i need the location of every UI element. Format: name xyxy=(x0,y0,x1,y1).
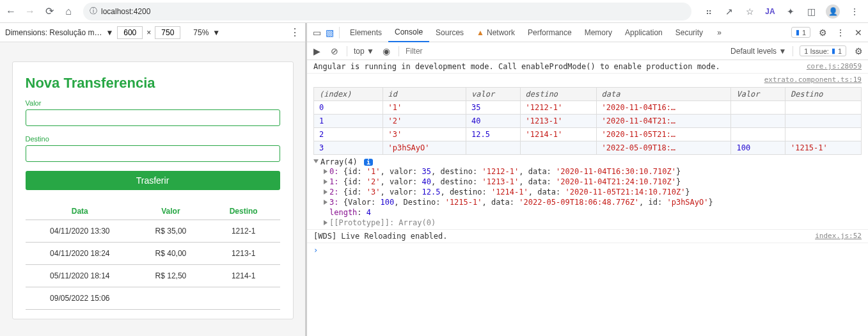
star-icon[interactable]: ☆ xyxy=(744,6,755,17)
table-row: 09/05/2022 15:06 xyxy=(26,287,280,310)
devtools-tab-performance[interactable]: Performance xyxy=(521,23,578,42)
browser-menu-icon[interactable]: ⋮ xyxy=(849,6,860,17)
devtools-tab-elements[interactable]: Elements xyxy=(343,23,388,42)
array-item-toggle[interactable]: 1: {id: '2', valor: 40, destino: '1213-1… xyxy=(313,177,862,187)
dimensions-label: Dimensions: Resolução m… xyxy=(5,28,102,37)
devtools-tab-network[interactable]: ▲Network xyxy=(470,23,521,42)
issues-chip[interactable]: 1 Issue: ▮1 xyxy=(800,45,846,56)
destino-input[interactable] xyxy=(26,145,280,162)
devtools-tab-memory[interactable]: Memory xyxy=(578,23,619,42)
console-source-link[interactable]: core.js:28059 xyxy=(807,62,862,70)
valor-input[interactable] xyxy=(26,109,280,126)
zoom-dropdown-icon[interactable]: ▼ xyxy=(212,28,220,37)
devtools-tab-sources[interactable]: Sources xyxy=(429,23,470,42)
app-card: Nova Transferencia Valor Destino Trasfer… xyxy=(12,61,294,319)
device-toolbar: Dimensions: Resolução m… ▼ × 75% ▼ ⋮ xyxy=(0,23,305,42)
array-expand-toggle[interactable]: Array(4) i xyxy=(313,157,862,166)
home-button[interactable]: ⌂ xyxy=(61,4,75,19)
array-item-toggle[interactable]: 3: {Valor: 100, Destino: '1215-1', data:… xyxy=(313,197,862,207)
live-expression-icon[interactable]: ◉ xyxy=(381,45,392,57)
context-selector[interactable]: top ▼ xyxy=(354,47,374,56)
console-play-icon[interactable]: ▶ xyxy=(311,45,322,57)
side-panel-icon[interactable]: ◫ xyxy=(805,6,817,17)
width-input[interactable] xyxy=(117,26,143,39)
console-table: (index)idvalordestinodataValorDestino 0'… xyxy=(313,87,862,155)
extension-ja-icon[interactable]: JA xyxy=(764,6,776,17)
console-table-row: 0'1'35'1212-1''2020-11-04T16:… xyxy=(314,101,862,115)
dimensions-dropdown-icon[interactable]: ▼ xyxy=(106,28,113,37)
devtools-settings-icon[interactable]: ⚙ xyxy=(817,27,828,38)
console-settings-icon[interactable]: ⚙ xyxy=(853,45,864,57)
table-row: 04/11/2020 18:24R$ 40,001213-1 xyxy=(26,243,280,265)
devtools-menu-icon[interactable]: ⋮ xyxy=(835,27,846,38)
array-item-toggle[interactable]: 0: {id: '1', valor: 35, destino: '1212-1… xyxy=(313,166,862,177)
array-item-toggle[interactable]: 2: {id: '3', valor: 12.5, destino: '1214… xyxy=(313,187,862,197)
url-text: localhost:4200 xyxy=(101,7,150,16)
console-prompt[interactable]: › xyxy=(307,243,868,257)
th-data: Data xyxy=(26,203,135,220)
extrato-table: Data Valor Destino 04/11/2020 13:30R$ 35… xyxy=(26,203,280,310)
log-levels-selector[interactable]: Default levels ▼ xyxy=(730,47,786,56)
forward-button[interactable]: → xyxy=(23,4,37,19)
reload-button[interactable]: ⟳ xyxy=(42,4,56,19)
devtools-tab-security[interactable]: Security xyxy=(669,23,709,42)
console-source-link[interactable]: extrato.component.ts:19 xyxy=(764,76,862,84)
console-table-row: 1'2'40'1213-1''2020-11-04T21:… xyxy=(314,115,862,128)
devtools-panel: ▭ ▧ ElementsConsoleSources▲NetworkPerfor… xyxy=(307,23,868,336)
console-message: Angular is running in development mode. … xyxy=(313,62,807,71)
console-table-row: 3'p3hSAyO''2022-05-09T18:…100'1215-1' xyxy=(314,141,862,155)
share-icon[interactable]: ↗ xyxy=(723,6,735,17)
console-source-link[interactable]: index.js:52 xyxy=(815,232,862,240)
height-input[interactable] xyxy=(155,26,180,39)
zoom-label: 75% xyxy=(193,28,209,37)
transfer-button[interactable]: Trasferir xyxy=(26,171,280,190)
url-bar[interactable]: ⓘ localhost:4200 xyxy=(83,3,691,20)
devtools-more-tabs[interactable]: » xyxy=(711,23,728,42)
inspect-icon[interactable]: ▭ xyxy=(311,27,322,38)
console-message: [WDS] Live Reloading enabled. xyxy=(313,232,815,241)
destino-label: Destino xyxy=(26,135,280,143)
console-filter-input[interactable] xyxy=(406,45,724,58)
valor-label: Valor xyxy=(26,99,280,107)
devtools-close-icon[interactable]: ✕ xyxy=(853,27,864,38)
device-menu-icon[interactable]: ⋮ xyxy=(290,26,300,38)
device-toggle-icon[interactable]: ▧ xyxy=(324,27,335,38)
profile-avatar[interactable]: 👤 xyxy=(826,4,840,19)
form-title: Nova Transferencia xyxy=(26,75,280,92)
devtools-tab-application[interactable]: Application xyxy=(619,23,669,42)
site-info-icon[interactable]: ⓘ xyxy=(90,6,97,17)
translate-icon[interactable]: ⠶ xyxy=(703,6,714,17)
th-valor: Valor xyxy=(134,203,207,220)
browser-toolbar: ← → ⟳ ⌂ ⓘ localhost:4200 ⠶ ↗ ☆ JA ✦ ◫ 👤 … xyxy=(0,0,868,23)
th-destino: Destino xyxy=(207,203,280,220)
table-row: 05/11/2020 18:14R$ 12,501214-1 xyxy=(26,265,280,287)
console-clear-icon[interactable]: ⊘ xyxy=(329,45,340,57)
prototype-toggle[interactable]: [[Prototype]]: Array(0) xyxy=(313,218,862,228)
messages-chip[interactable]: ▮1 xyxy=(791,27,810,38)
devtools-tab-console[interactable]: Console xyxy=(388,23,429,42)
console-table-row: 2'3'12.5'1214-1''2020-11-05T21:… xyxy=(314,128,862,141)
back-button[interactable]: ← xyxy=(4,4,18,19)
extensions-icon[interactable]: ✦ xyxy=(785,6,796,17)
table-row: 04/11/2020 13:30R$ 35,001212-1 xyxy=(26,220,280,243)
